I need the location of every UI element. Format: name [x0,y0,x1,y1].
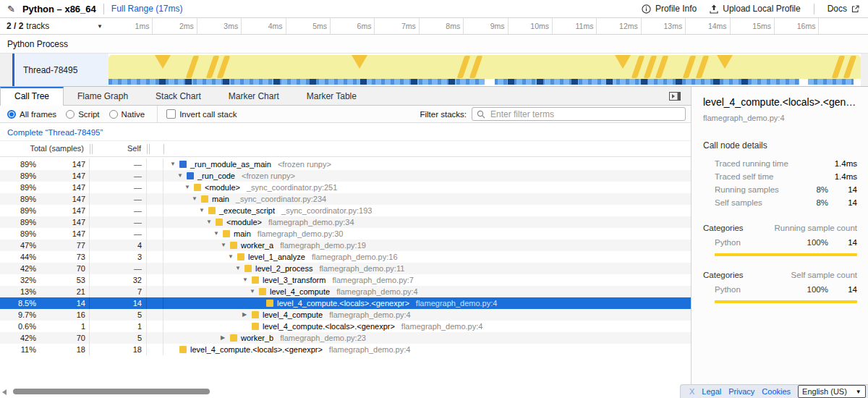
category-color-icon [230,334,237,342]
expand-open-icon[interactable]: ▼ [192,193,201,205]
radio-label: Script [78,110,99,119]
frame-filter-option-all-frames[interactable]: All frames [7,110,56,119]
docs-link[interactable]: Docs [827,4,859,14]
expand-open-icon[interactable]: ▼ [206,216,216,228]
track-thread-row[interactable]: Thread-78495 [0,54,868,87]
track-python-process[interactable]: Python Process [0,35,868,54]
profile-info-label: Profile Info [655,4,697,14]
thread-track-label[interactable]: Thread-78495 [12,54,109,86]
expand-open-icon[interactable]: ▼ [184,182,194,193]
tab-marker-table[interactable]: Marker Table [293,88,370,105]
external-link-icon [851,5,859,13]
category-color-icon [216,219,223,226]
call-tree-row[interactable]: 89%147—▼<module>flamegraph_demo.py:34 [0,216,691,228]
upload-profile-button[interactable]: Upload Local Profile [710,4,800,14]
row-spacer-cell [147,321,163,332]
filter-search-input[interactable] [489,109,681,120]
call-tree-row[interactable]: 32%5332▼level_3_transformflamegraph_demo… [0,274,691,286]
row-function-cell: level_4_compute.<locals>.<genexpr>flameg… [163,344,691,355]
call-tree-row[interactable]: 89%147—▼main_sync_coordinator.py:234 [0,193,691,205]
call-tree-row[interactable]: 89%147—▼mainflamegraph_demo.py:30 [0,228,691,240]
call-tree-row[interactable]: 89%147—▼_run_module_as_main<frozen runpy… [0,158,691,170]
category-color-icon [266,300,273,307]
frame-filter-option-script[interactable]: Script [66,110,99,119]
detail-value: 1.4ms [828,172,857,181]
call-tree-row[interactable]: 11%1818level_4_compute.<locals>.<genexpr… [0,344,691,355]
call-tree-row[interactable]: 8.5%1414level_4_compute.<locals>.<genexp… [0,297,691,309]
column-self[interactable]: Self [93,144,141,153]
category-color-icon [259,288,266,295]
expand-open-icon[interactable]: ▼ [213,228,223,240]
expand-open-icon[interactable]: ▼ [242,274,252,286]
row-total-samples: 73 [36,251,90,263]
call-tree-row[interactable]: 89%147—▼<module>_sync_coordinator.py:251 [0,182,691,193]
sample-dense-segment [537,79,543,85]
row-spacer-cell [147,286,163,297]
radio-all-frames[interactable] [7,110,16,119]
full-range-button[interactable]: Full Range (17ms) [111,4,183,14]
expand-open-icon[interactable]: ▼ [235,263,244,274]
invert-call-stack-checkbox[interactable] [166,109,176,119]
row-total-samples: 147 [36,216,90,228]
row-self-samples: 1 [90,321,147,332]
call-tree-row[interactable]: 42%70—▼level_2_processflamegraph_demo.py… [0,263,691,274]
tab-call-tree[interactable]: Call Tree [0,87,64,106]
edit-profile-name-icon[interactable]: ✎ [7,4,15,14]
column-total-samples[interactable]: Total (samples) [0,144,84,153]
row-total-percent: 89% [0,158,36,170]
breadcrumb-complete-thread[interactable]: Complete “Thread-78495” [7,128,103,137]
filter-search-box[interactable] [472,107,686,121]
thread-samples-strip [109,79,861,85]
footer-link-legal[interactable]: Legal [702,387,721,396]
expand-open-icon[interactable]: ▼ [221,240,230,251]
tab-stack-chart[interactable]: Stack Chart [142,88,215,105]
language-select[interactable]: English (US) ▼ [798,385,866,398]
call-tree-row[interactable]: 47%774▼worker_aflamegraph_demo.py:19 [0,240,691,251]
call-tree-row[interactable]: 42%705▶worker_bflamegraph_demo.py:23 [0,332,691,344]
row-function-cell: ▼_run_code<frozen runpy> [163,170,691,182]
tab-flame-graph[interactable]: Flame Graph [64,88,142,105]
radio-native[interactable] [109,110,118,119]
sample-dense-segment [713,79,720,85]
detail-value: 14 [828,198,857,207]
timeline-ruler[interactable]: 1ms2ms3ms4ms5ms6ms7ms8ms9ms10ms11ms12ms1… [109,18,861,34]
timeline-header: 2 / 2 tracks ▼ 1ms2ms3ms4ms5ms6ms7ms8ms9… [0,18,868,35]
call-tree-row[interactable]: 0.6%11level_4_compute.<locals>.<genexpr>… [0,321,691,332]
expand-open-icon[interactable]: ▼ [199,205,208,216]
footer-link-privacy[interactable]: Privacy [728,387,754,396]
row-self-samples: — [90,182,147,193]
sample-dense-segment [360,79,367,85]
row-total-percent: 32% [0,274,36,286]
sample-dense-segment [571,79,578,85]
frame-filter-option-native[interactable]: Native [109,110,145,119]
call-tree-row[interactable]: 89%147—▼_run_code<frozen runpy> [0,170,691,182]
scroll-left-arrow-icon[interactable] [2,389,7,395]
call-tree-row[interactable]: 44%733▼level_1_analyzeflamegraph_demo.py… [0,251,691,263]
expand-closed-icon[interactable]: ▶ [242,309,252,321]
footer-link-x[interactable]: X [689,387,694,396]
expand-open-icon[interactable]: ▼ [177,170,187,182]
tracks-dropdown-button[interactable]: 2 / 2 tracks ▼ [0,18,109,34]
tab-marker-chart[interactable]: Marker Chart [215,88,293,105]
scrollbar-thumb[interactable] [13,389,210,394]
radio-script[interactable] [66,110,75,119]
file-location: flamegraph_demo.py:4 [336,286,418,297]
expand-closed-icon[interactable]: ▶ [221,332,230,344]
expand-open-icon[interactable]: ▼ [250,286,259,297]
file-location: _sync_coordinator.py:234 [236,193,326,205]
row-total-samples: 16 [36,309,90,321]
call-node-sidebar: level_4_compute.<locals>.<genexpr> flame… [691,87,868,384]
expand-open-icon[interactable]: ▼ [170,158,179,170]
row-total-samples: 147 [36,182,90,193]
sample-dense-segment [741,79,748,85]
profile-info-button[interactable]: Profile Info [642,4,697,14]
call-tree-row[interactable]: 13%217▼level_4_computeflamegraph_demo.py… [0,286,691,297]
selected-node-location: flamegraph_demo.py:4 [703,114,857,122]
call-tree-row[interactable]: 9.7%165▶level_4_computeflamegraph_demo.p… [0,309,691,321]
expand-open-icon[interactable]: ▼ [228,251,237,263]
thread-track-graph[interactable] [109,54,861,86]
sidebar-toggle-button[interactable] [669,92,681,101]
footer-link-cookies[interactable]: Cookies [762,387,791,396]
invert-call-stack-option[interactable]: Invert call stack [166,109,237,119]
call-tree-row[interactable]: 89%147—▼_execute_script_sync_coordinator… [0,205,691,216]
